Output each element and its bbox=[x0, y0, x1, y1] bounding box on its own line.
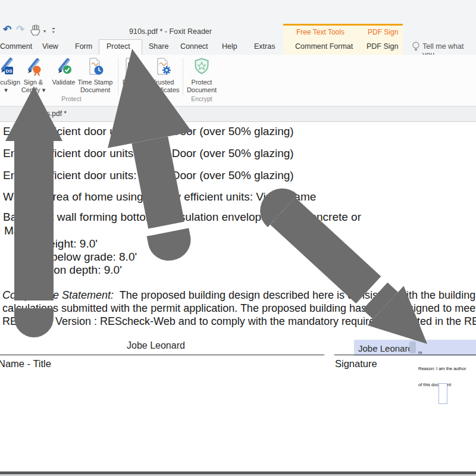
title-bar bbox=[0, 0, 476, 55]
tab-form[interactable]: Form bbox=[75, 42, 92, 51]
doc-line: Basement wall forming bottom of insulati… bbox=[3, 211, 476, 224]
digital-ids-icon bbox=[122, 57, 141, 76]
docusign-pen-icon: DS bbox=[0, 57, 15, 76]
signature-line bbox=[334, 355, 476, 355]
printed-name: Jobe Leonard bbox=[127, 340, 185, 351]
foxit-reader-window: ↶ ↷ ▾ ▾ 910s.pdf * - Foxit Reader Free T… bbox=[0, 0, 476, 476]
signature-seal-thumb bbox=[409, 342, 416, 353]
doc-line: Depth below grade: 8.0' bbox=[18, 250, 476, 264]
document-tab-bar bbox=[0, 107, 476, 122]
trusted-certificates-icon bbox=[154, 57, 173, 76]
signature-detail-line: Reason: I am the author bbox=[418, 366, 466, 371]
compliance-label: Compliance Statement: bbox=[2, 289, 114, 301]
time-stamp-icon bbox=[86, 57, 105, 76]
sign-and-certify-button[interactable]: Sign & Certify ▾ bbox=[17, 57, 50, 94]
lightbulb-icon bbox=[412, 42, 420, 52]
tab-help[interactable]: Help bbox=[222, 42, 237, 51]
compliance-line-1: Compliance Statement: The proposed build… bbox=[2, 289, 476, 302]
tab-connect[interactable]: Connect bbox=[180, 42, 208, 51]
tab-protect[interactable]: Protect bbox=[107, 42, 130, 51]
time-stamp-document-button[interactable]: Time Stamp Document bbox=[75, 57, 115, 94]
doc-line: Insulation depth: 9.0' bbox=[18, 264, 476, 277]
tab-extras[interactable]: Extras bbox=[254, 42, 275, 51]
doc-line: Wall height: 9.0' bbox=[18, 237, 476, 250]
name-title-line bbox=[0, 355, 324, 355]
doc-line: Energy efficient door units: Glass Door … bbox=[3, 147, 476, 160]
customize-quick-access-icon[interactable]: ▾ bbox=[52, 28, 55, 35]
tab-share[interactable]: Share bbox=[149, 42, 168, 51]
ribbon-group-encrypt: Encrypt bbox=[184, 95, 219, 102]
document-tab[interactable]: 910s.pdf * bbox=[35, 109, 67, 118]
pdf-sign-hand-icon[interactable] bbox=[30, 24, 42, 36]
hand-dropdown-arrow[interactable]: ▾ bbox=[43, 29, 46, 34]
doc-line: Masonry bbox=[4, 224, 476, 237]
redo-button[interactable]: ↷ bbox=[16, 24, 24, 35]
compliance-line-2: calculations submitted with the permit a… bbox=[2, 302, 476, 315]
name-title-label: Name - Title bbox=[0, 358, 51, 369]
trusted-certificates-button[interactable]: Trusted Certificates bbox=[145, 57, 181, 94]
window-title: 910s.pdf * - Foxit Reader bbox=[129, 27, 212, 36]
signature-name: Jobe Leonard bbox=[358, 343, 413, 353]
empty-form-field[interactable] bbox=[439, 383, 447, 404]
protect-document-button[interactable]: Protect Document bbox=[184, 57, 219, 94]
tab-pdf-sign[interactable]: PDF Sign bbox=[367, 42, 399, 51]
svg-text:DS: DS bbox=[5, 68, 12, 74]
ribbon-group-protect: Protect bbox=[57, 95, 86, 102]
contextual-title-free-text-tools: Free Text Tools bbox=[296, 28, 345, 36]
sign-certify-pen-icon bbox=[24, 57, 43, 76]
validate-button[interactable]: Validate bbox=[50, 57, 77, 86]
tab-comment[interactable]: Comment bbox=[0, 42, 32, 51]
compliance-line-3: REScheck Version : REScheck-Web and to c… bbox=[2, 315, 476, 328]
signature-label: Signature bbox=[335, 358, 377, 369]
close-document-icon[interactable]: × bbox=[120, 108, 124, 117]
ribbon-separator bbox=[183, 58, 183, 95]
tab-view[interactable]: View bbox=[42, 42, 58, 51]
doc-line: Window area of home using energy efficie… bbox=[3, 190, 476, 203]
tab-comment-format[interactable]: Comment Format bbox=[295, 42, 353, 51]
compliance-text: The proposed building design described h… bbox=[114, 289, 476, 301]
digital-ids-button[interactable]: Digital IDs bbox=[118, 57, 145, 94]
undo-button[interactable]: ↶ bbox=[3, 24, 11, 35]
protect-shield-icon bbox=[192, 57, 211, 76]
doc-line: Energy efficient door units: Glass Door … bbox=[3, 169, 476, 182]
contextual-title-pdf-sign: PDF Sign bbox=[368, 28, 398, 36]
doc-line: Energy efficient door units: Glass Door … bbox=[3, 125, 476, 138]
validate-pen-icon bbox=[54, 57, 73, 76]
